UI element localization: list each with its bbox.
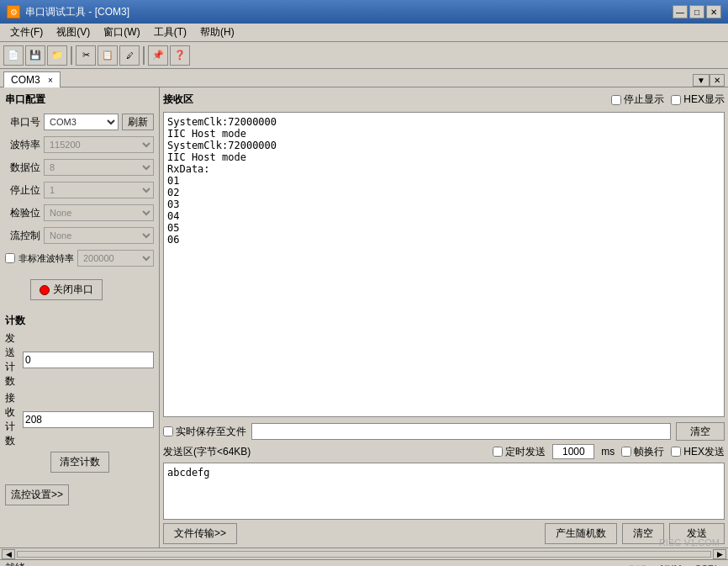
- menu-view[interactable]: 视图(V): [50, 24, 97, 41]
- close-button[interactable]: ✕: [706, 5, 721, 19]
- left-panel: 串口配置 串口号 COM3 刷新 波特率 115200 数据位 8 停止位: [0, 87, 160, 547]
- flow-control-select[interactable]: None: [44, 227, 154, 244]
- toolbar-sep1: [71, 46, 72, 65]
- toolbar-paste[interactable]: 🖊: [119, 45, 140, 66]
- clear-recv-button[interactable]: 清空: [676, 422, 725, 441]
- send-textarea[interactable]: abcdefg: [163, 463, 725, 520]
- data-bits-select[interactable]: 8: [44, 159, 154, 176]
- save-file-checkbox[interactable]: [163, 426, 173, 436]
- recv-header: 接收区 停止显示 HEX显示: [163, 91, 725, 108]
- parity-label: 检验位: [5, 206, 40, 220]
- title-controls: — □ ✕: [673, 5, 721, 19]
- flow-settings-button[interactable]: 流控设置>>: [5, 484, 69, 505]
- close-port-label: 关闭串口: [53, 283, 93, 297]
- count-section: 计数 发送计数 0 接收计数 208 清空计数: [5, 314, 154, 474]
- red-indicator: [40, 285, 50, 295]
- toolbar-help[interactable]: ❓: [170, 45, 190, 66]
- recv-options: 停止显示 HEX显示: [611, 93, 725, 107]
- frame-label[interactable]: 帧换行: [621, 445, 664, 459]
- stop-display-label[interactable]: 停止显示: [611, 93, 664, 107]
- port-row: 串口号 COM3 刷新: [5, 114, 154, 130]
- send-section: 发送区(字节<64KB) 定时发送 ms 帧换行 HEX发送: [163, 444, 725, 544]
- hex-send-checkbox[interactable]: [671, 447, 681, 457]
- file-transfer-button[interactable]: 文件传输>>: [163, 523, 237, 544]
- toolbar: 📄 💾 📁 ✂ 📋 🖊 📌 ❓: [0, 42, 728, 69]
- scroll-left-button[interactable]: ◀: [2, 549, 15, 559]
- port-label: 串口号: [5, 115, 40, 130]
- toolbar-copy[interactable]: 📋: [98, 45, 118, 66]
- menu-help[interactable]: 帮助(H): [193, 24, 241, 41]
- scroll-right-button[interactable]: ▶: [713, 549, 726, 559]
- num-indicator: NUM: [657, 563, 685, 567]
- frame-checkbox[interactable]: [621, 447, 631, 457]
- toolbar-cut[interactable]: ✂: [76, 45, 96, 66]
- recv-count-input[interactable]: 208: [23, 411, 154, 428]
- toolbar-new[interactable]: 📄: [3, 45, 24, 66]
- main-content: 串口配置 串口号 COM3 刷新 波特率 115200 数据位 8 停止位: [0, 87, 728, 547]
- right-panel: 接收区 停止显示 HEX显示 SystemClk:72000000 IIC Ho…: [160, 87, 728, 547]
- tab-close-window[interactable]: ✕: [710, 74, 725, 87]
- save-path-input[interactable]: [251, 423, 671, 440]
- nonstandard-label: 非标准波特率: [18, 252, 74, 265]
- recv-title: 接收区: [163, 93, 193, 107]
- send-area-label: 发送区(字节<64KB): [163, 445, 251, 459]
- refresh-button[interactable]: 刷新: [122, 114, 154, 130]
- flow-control-row: 流控制 None: [5, 227, 154, 244]
- tab-com3[interactable]: COM3 ×: [3, 71, 61, 87]
- stop-display-checkbox[interactable]: [611, 95, 621, 105]
- flow-control-label: 流控制: [5, 229, 40, 243]
- count-title: 计数: [5, 314, 154, 328]
- status-text: 就绪: [5, 561, 25, 566]
- close-port-row: 关闭串口: [13, 276, 154, 304]
- parity-select[interactable]: None: [44, 204, 154, 221]
- save-file-label[interactable]: 实时保存至文件: [163, 425, 246, 439]
- hex-display-label[interactable]: HEX显示: [671, 93, 725, 107]
- random-button[interactable]: 产生随机数: [545, 523, 617, 544]
- recv-textarea[interactable]: SystemClk:72000000 IIC Host mode SystemC…: [163, 112, 725, 417]
- menu-window[interactable]: 窗口(W): [97, 24, 146, 41]
- recv-count-label: 接收计数: [5, 391, 19, 448]
- clear-count-button[interactable]: 清空计数: [50, 452, 109, 473]
- port-select[interactable]: COM3: [44, 114, 119, 130]
- send-count-row: 发送计数 0: [5, 331, 154, 389]
- minimize-button[interactable]: —: [673, 5, 688, 19]
- baud-row: 波特率 115200: [5, 136, 154, 153]
- tab-dropdown-button[interactable]: ▼: [693, 74, 710, 87]
- tab-bar: COM3 × ▼ ✕: [0, 69, 728, 87]
- h-scrollbar-track[interactable]: [17, 551, 711, 558]
- app-icon: ⚙: [7, 5, 20, 19]
- stop-bits-select[interactable]: 1: [44, 182, 154, 198]
- hex-display-checkbox[interactable]: [671, 95, 681, 105]
- menu-file[interactable]: 文件(F): [3, 24, 50, 41]
- toolbar-sep2: [143, 46, 145, 65]
- data-bits-label: 数据位: [5, 161, 40, 175]
- clear-send-button[interactable]: 清空: [622, 523, 664, 544]
- cap-indicator: CAP: [625, 563, 651, 567]
- toolbar-open[interactable]: 📁: [47, 45, 67, 66]
- nonstandard-select[interactable]: 200000: [77, 250, 154, 267]
- tab-label: COM3: [11, 74, 40, 86]
- stop-bits-label: 停止位: [5, 183, 40, 198]
- send-count-input[interactable]: 0: [23, 352, 154, 368]
- title-bar: ⚙ 串口调试工具 - [COM3] — □ ✕: [0, 0, 728, 24]
- h-scrollbar-area: ◀ ▶: [0, 547, 728, 559]
- ms-label: ms: [601, 446, 615, 458]
- status-bar: 就绪 CAP NUM SCRL: [0, 559, 728, 566]
- status-indicators: CAP NUM SCRL: [625, 563, 723, 567]
- nonstandard-checkbox[interactable]: [5, 253, 15, 263]
- tab-close-button[interactable]: ×: [48, 76, 53, 85]
- close-port-button[interactable]: 关闭串口: [30, 279, 103, 300]
- menu-tools[interactable]: 工具(T): [147, 24, 193, 41]
- watermark: RISC-V1.COM: [659, 537, 720, 547]
- hex-send-label[interactable]: HEX发送: [671, 445, 725, 459]
- menu-bar: 文件(F) 视图(V) 窗口(W) 工具(T) 帮助(H): [0, 24, 728, 42]
- toolbar-save[interactable]: 💾: [25, 45, 45, 66]
- send-options: 定时发送 ms 帧换行 HEX发送: [493, 444, 725, 459]
- timed-send-value[interactable]: [552, 444, 594, 459]
- restore-button[interactable]: □: [689, 5, 704, 19]
- timed-send-label[interactable]: 定时发送: [493, 445, 546, 459]
- baud-select[interactable]: 115200: [44, 136, 154, 153]
- title-bar-left: ⚙ 串口调试工具 - [COM3]: [7, 5, 129, 19]
- toolbar-pin[interactable]: 📌: [148, 45, 168, 66]
- timed-send-checkbox[interactable]: [493, 447, 503, 457]
